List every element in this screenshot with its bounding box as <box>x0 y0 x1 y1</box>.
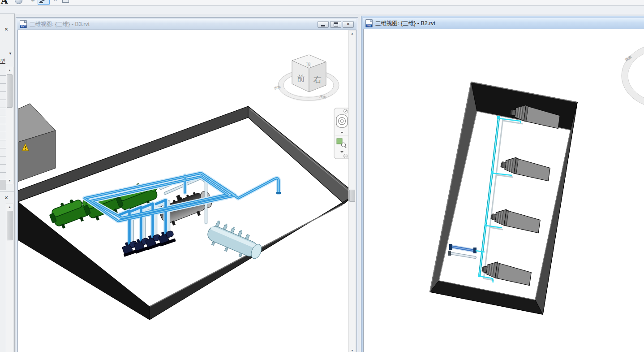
type-selector-dropdown-icon[interactable]: ▼ <box>9 52 12 56</box>
rvt-file-icon: RVT <box>365 19 373 27</box>
options-bar <box>0 6 644 14</box>
move-tool-icon[interactable]: + <box>31 0 35 4</box>
window-titlebar[interactable]: RVT 三维视图: {三维} - B2.rvt <box>363 18 644 29</box>
delete-tool-icon[interactable]: ✕ <box>53 0 57 3</box>
properties-scrollbar[interactable]: ▲ ▼ <box>6 67 13 184</box>
scroll-down-icon[interactable]: ▼ <box>6 178 13 184</box>
viewcube-top-face[interactable]: 顶 <box>306 61 311 67</box>
scroll-down-icon[interactable]: ▼ <box>349 348 356 352</box>
paste-tool-icon[interactable] <box>62 0 69 3</box>
properties-footer <box>0 180 6 190</box>
scrollbar-thumb[interactable] <box>7 211 13 240</box>
scroll-up-icon[interactable]: ▲ <box>6 67 13 74</box>
window-titlebar[interactable]: RVT 三维视图: {三维} - B3.rvt ✕ <box>17 19 356 30</box>
sphere-tool-icon[interactable] <box>15 0 22 4</box>
scroll-up-icon[interactable]: ▲ <box>349 30 356 37</box>
restore-button[interactable] <box>330 21 341 28</box>
revit-workspace: A + ✕ ✕ ▼ 型 ▲ ▼ ✕ ▲ RVT 三维视图: {三维} - B3.… <box>0 0 644 352</box>
navigation-bar[interactable] <box>334 108 349 159</box>
edit-type-link[interactable]: 型 <box>0 57 5 65</box>
browser-scrollbar[interactable]: ▲ <box>6 204 13 352</box>
view-window-b3: RVT 三维视图: {三维} - B3.rvt ✕ <box>16 17 358 352</box>
scrollbar-thumb[interactable] <box>349 190 355 202</box>
section-box-tool-icon[interactable] <box>38 0 50 5</box>
properties-grid-rows <box>0 68 6 180</box>
concrete-box[interactable] <box>18 104 56 182</box>
viewcube-compass-partial[interactable]: 西南 <box>622 43 644 109</box>
view-vertical-scrollbar[interactable]: ▲ ▼ <box>348 30 356 352</box>
text-tool-icon[interactable]: A <box>1 0 8 6</box>
scroll-up-icon[interactable]: ▲ <box>6 204 13 210</box>
viewcube[interactable]: 西南 东南 前 右 顶 <box>274 55 339 100</box>
scrollbar-thumb[interactable] <box>7 74 13 108</box>
properties-palette: ✕ ▼ 型 ▲ ▼ <box>0 13 15 191</box>
close-button[interactable]: ✕ <box>343 21 354 28</box>
navbar-close-icon[interactable] <box>344 109 348 113</box>
navbar-collapse-icon[interactable] <box>344 154 348 158</box>
steering-wheel-icon[interactable] <box>336 115 348 127</box>
project-browser-palette: ✕ ▲ <box>0 191 15 352</box>
browser-close-button[interactable]: ✕ <box>3 194 10 201</box>
viewcube-front-face[interactable]: 前 <box>297 74 305 83</box>
3d-view-b2-canvas[interactable]: 西南 <box>364 29 644 352</box>
viewcube-right-face[interactable]: 右 <box>313 75 322 84</box>
drawing-area-b2[interactable]: 西南 <box>363 29 644 352</box>
ribbon-strip: A + ✕ <box>0 0 644 6</box>
properties-close-button[interactable]: ✕ <box>3 26 10 33</box>
view-window-b2: RVT 三维视图: {三维} - B2.rvt <box>361 16 644 352</box>
drawing-area-b3[interactable]: 西南 东南 前 右 顶 <box>17 30 356 352</box>
window-title: 三维视图: {三维} - B3.rvt <box>30 21 90 28</box>
minimize-button[interactable] <box>318 21 329 28</box>
3d-view-b3-canvas[interactable]: 西南 东南 前 右 顶 <box>18 30 349 352</box>
window-title: 三维视图: {三维} - B2.rvt <box>375 20 435 27</box>
rvt-file-icon: RVT <box>20 20 27 28</box>
